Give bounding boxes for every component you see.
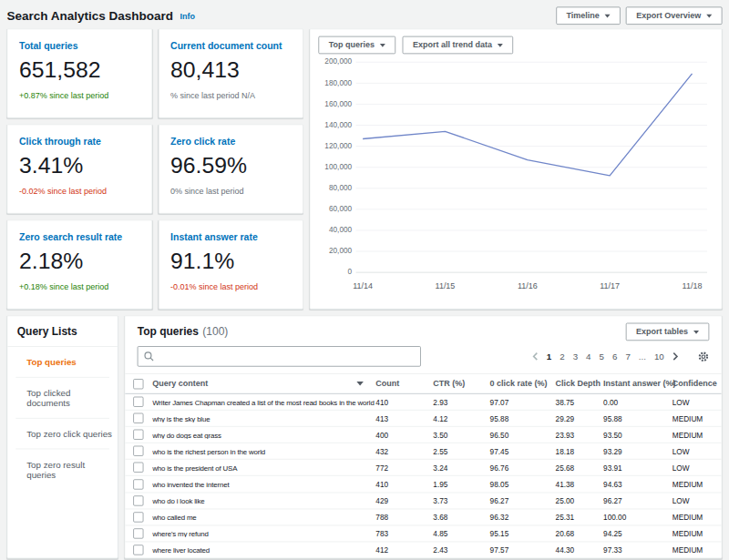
metric-label[interactable]: Total queries	[19, 40, 139, 51]
zero-click-rate-cell: 96.50	[490, 431, 556, 439]
click-depth-cell: 20.68	[556, 529, 603, 537]
metric-value: 3.41%	[19, 153, 139, 178]
count-cell: 410	[375, 480, 433, 488]
page-number[interactable]: 2	[560, 351, 564, 361]
row-checkbox[interactable]	[133, 495, 143, 505]
metric-delta: % since last period N/A	[170, 91, 291, 100]
metric-label[interactable]: Zero click rate	[170, 136, 291, 147]
caret-down-icon	[706, 14, 712, 17]
next-page-icon[interactable]	[673, 352, 679, 361]
row-checkbox[interactable]	[133, 430, 143, 440]
row-checkbox[interactable]	[133, 446, 143, 456]
query-content-cell: where liver located	[152, 545, 375, 554]
trend-metric-select[interactable]: Top queries	[318, 36, 395, 54]
row-checkbox[interactable]	[133, 545, 143, 555]
sidebar-item[interactable]: Top queries	[7, 347, 118, 377]
svg-text:11/17: 11/17	[600, 281, 620, 290]
instant-answer-cell: 93.29	[603, 447, 673, 455]
row-checkbox[interactable]	[133, 479, 143, 489]
pagination: 1234567...10	[532, 351, 709, 362]
column-header-query-content[interactable]: Query content	[152, 379, 375, 388]
page-number[interactable]: 6	[612, 351, 617, 361]
column-header-instant-answer[interactable]: Instant answer (%)	[603, 379, 673, 388]
row-checkbox[interactable]	[133, 463, 143, 473]
table-search[interactable]	[138, 346, 421, 366]
metric-value: 91.1%	[170, 249, 291, 274]
confidence-cell: MEDIUM	[673, 480, 722, 488]
export-overview-button[interactable]: Export Overview	[626, 6, 723, 24]
top-queries-table-panel: Top queries (100) Export tables	[124, 315, 722, 558]
svg-text:11/18: 11/18	[683, 281, 703, 290]
sidebar-item[interactable]: Top clicked documents	[7, 378, 118, 418]
column-header-count[interactable]: Count	[375, 379, 433, 388]
pagination-pages: 1234567...10	[547, 351, 664, 361]
metric-card: Current document count80,413% since last…	[159, 28, 303, 117]
svg-text:11/15: 11/15	[436, 281, 456, 290]
query-content-cell: who is the president of USA	[152, 463, 375, 472]
svg-text:40,000: 40,000	[329, 226, 353, 234]
count-cell: 788	[375, 513, 433, 521]
ctr-cell: 2.55	[433, 447, 489, 455]
page-number[interactable]: 10	[654, 351, 664, 361]
row-checkbox[interactable]	[133, 413, 143, 423]
caret-down-icon	[605, 14, 611, 17]
metric-label[interactable]: Click through rate	[19, 136, 139, 147]
export-tables-button[interactable]: Export tables	[626, 323, 709, 341]
sidebar-item[interactable]: Top zero result queries	[7, 449, 118, 489]
metric-delta: 0% since last period	[170, 187, 291, 196]
confidence-cell: LOW	[673, 398, 722, 406]
click-depth-cell: 41.38	[556, 480, 603, 488]
column-header-ctr[interactable]: CTR (%)	[433, 379, 489, 388]
table-row: who invented the internet4101.9598.0541.…	[125, 476, 722, 493]
instant-answer-cell: 94.63	[603, 480, 673, 488]
export-trend-data-button[interactable]: Export all trend data	[403, 36, 513, 54]
svg-text:80,000: 80,000	[329, 184, 353, 192]
row-checkbox[interactable]	[133, 512, 143, 522]
metric-label[interactable]: Instant answer rate	[170, 231, 291, 242]
confidence-cell: MEDIUM	[673, 513, 722, 521]
timeline-button[interactable]: Timeline	[556, 6, 621, 24]
table-row: who is the president of USA7723.2496.762…	[125, 460, 722, 476]
column-header-zero-click-rate[interactable]: 0 click rate (%)	[490, 379, 556, 388]
table-body: Writer James Chapman created a list of t…	[125, 394, 722, 558]
ctr-cell: 2.43	[433, 545, 489, 554]
metric-delta: -0.01% since last period	[170, 282, 291, 291]
click-depth-cell: 18.18	[556, 447, 603, 455]
zero-click-rate-cell: 96.27	[490, 496, 556, 504]
ctr-cell: 3.24	[433, 463, 489, 472]
column-header-click-depth[interactable]: Click Depth	[556, 379, 603, 388]
zero-click-rate-cell: 96.76	[490, 463, 556, 472]
select-all-checkbox[interactable]	[133, 379, 143, 389]
svg-text:11/14: 11/14	[353, 281, 373, 290]
table-row: where liver located4122.4397.5744.3097.3…	[125, 542, 722, 557]
svg-text:200,000: 200,000	[324, 57, 352, 66]
click-depth-cell: 38.75	[556, 398, 603, 406]
page-number[interactable]: 4	[586, 351, 590, 361]
metric-label[interactable]: Current document count	[170, 40, 291, 51]
search-input[interactable]	[159, 351, 415, 362]
table-settings-gear-icon[interactable]	[698, 351, 710, 362]
row-checkbox[interactable]	[133, 397, 143, 407]
page-header: Search Analytics Dashboard Info Timeline…	[6, 4, 722, 26]
metric-delta: +0.18% since last period	[19, 282, 139, 291]
column-header-confidence[interactable]: Confidence	[673, 379, 723, 388]
page-number[interactable]: 7	[625, 351, 630, 361]
page-number[interactable]: 5	[600, 351, 604, 361]
sidebar-item[interactable]: Top zero click queries	[7, 419, 118, 449]
previous-page-icon[interactable]	[532, 352, 539, 361]
page-number[interactable]: 3	[573, 351, 578, 361]
page-number[interactable]: 1	[547, 351, 551, 361]
ctr-cell: 4.12	[433, 414, 489, 423]
click-depth-cell: 44.30	[556, 545, 603, 554]
query-content-cell: where's my refund	[152, 529, 375, 537]
count-cell: 413	[375, 414, 433, 423]
row-checkbox[interactable]	[133, 528, 143, 538]
click-depth-cell: 29.29	[556, 414, 603, 423]
click-depth-cell: 25.31	[556, 513, 603, 521]
metric-label[interactable]: Zero search result rate	[19, 231, 139, 242]
instant-answer-cell: 95.88	[603, 414, 673, 423]
click-depth-cell: 25.00	[556, 496, 603, 504]
info-link[interactable]: Info	[180, 12, 195, 21]
zero-click-rate-cell: 95.88	[490, 414, 556, 423]
filter-caret-icon[interactable]	[356, 382, 363, 385]
